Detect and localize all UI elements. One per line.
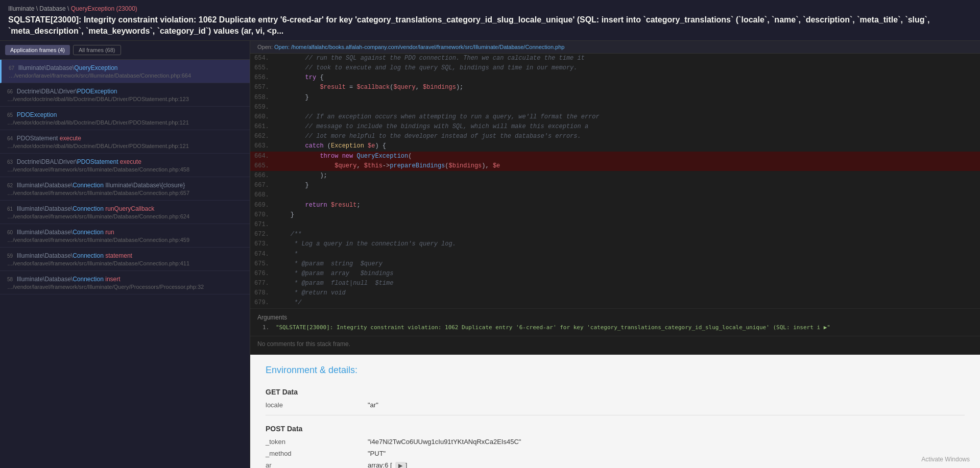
code-line: 657. $result = $callback($query, $bindin… — [250, 83, 980, 92]
frame-item[interactable]: 64 PDOStatement execute …/vendor/doctrin… — [0, 130, 250, 154]
frame-list: 67 Illuminate\Database\QueryException …/… — [0, 60, 250, 468]
table-row: _token "i4e7Ni2TwCo6UUwg1cIu91tYKtANqRxC… — [266, 436, 965, 448]
code-line: 675. * @param string $query — [250, 259, 980, 269]
frame-header: 62 Illuminate\Database\Connection Illumi… — [7, 181, 243, 189]
get-data-header: GET Data — [266, 383, 965, 399]
environment-section: Environment & details: GET Data locale "… — [250, 355, 980, 468]
frame-item[interactable]: 58 Illuminate\Database\Connection insert… — [0, 271, 250, 294]
value-cell: "ar" — [368, 399, 965, 411]
frame-number: 58 — [7, 277, 13, 282]
activate-windows-text: Activate Windows — [921, 456, 970, 463]
frame-header: 60 Illuminate\Database\Connection run — [7, 228, 243, 236]
frame-number: 63 — [7, 159, 13, 165]
code-body: 654. // run the SQL against the PDO conn… — [250, 54, 980, 308]
all-frames-filter[interactable]: All frames (68) — [73, 45, 121, 55]
frame-header: 66 Doctrine\DBAL\Driver\PDOException — [7, 87, 243, 95]
code-line: 672. /** — [250, 230, 980, 239]
frame-header: 67 Illuminate\Database\QueryException — [9, 64, 243, 71]
arguments-section: Arguments 1. "SQLSTATE[23000]: Integrity… — [250, 308, 980, 336]
table-row: ar array:6 [▶] — [266, 459, 965, 468]
code-line-highlighted-sub: 665. $query, $this->prepareBindings($bin… — [250, 161, 980, 171]
code-file-header: Open: Open: /home/alfalahc/books.alfalah… — [250, 41, 980, 54]
app-frames-filter[interactable]: Application frames (4) — [5, 45, 70, 55]
code-line: 658. } — [250, 93, 980, 103]
frame-class: Doctrine\DBAL\Driver\PDOStatement execut… — [17, 158, 141, 165]
expand-button[interactable]: ▶ — [395, 462, 405, 468]
post-data-table: POST Data _token "i4e7Ni2TwCo6UUwg1cIu91… — [266, 420, 965, 468]
value-cell: "PUT" — [368, 448, 965, 459]
frame-item[interactable]: 59 Illuminate\Database\Connection statem… — [0, 248, 250, 271]
frame-header: 58 Illuminate\Database\Connection insert — [7, 275, 243, 283]
frame-number: 60 — [7, 230, 13, 235]
table-row: POST Data — [266, 420, 965, 436]
code-line: 669. return $result; — [250, 201, 980, 210]
frame-number: 59 — [7, 253, 13, 259]
code-line: 668. — [250, 190, 980, 200]
frame-item[interactable]: 62 Illuminate\Database\Connection Illumi… — [0, 177, 250, 201]
main-layout: Application frames (4) All frames (68) 6… — [0, 41, 980, 468]
key-cell: locale — [266, 399, 368, 411]
frame-class: PDOException — [17, 111, 57, 118]
frame-item[interactable]: 63 Doctrine\DBAL\Driver\PDOStatement exe… — [0, 154, 250, 177]
file-path: Open: /home/alfalahc/books.alfalah-compa… — [274, 44, 564, 50]
frame-file: …/vendor/laravel/framework/src/Illuminat… — [7, 284, 243, 290]
key-cell: _method — [266, 448, 368, 459]
code-line: 662. // lot more helpful to the develope… — [250, 132, 980, 141]
frame-file: …/vendor/doctrine/dbal/lib/Doctrine/DBAL… — [7, 96, 243, 102]
code-line: 679. */ — [250, 298, 980, 308]
frame-number: 61 — [7, 206, 13, 212]
code-line: 666. ); — [250, 171, 980, 181]
key-cell: ar — [266, 459, 368, 468]
frame-file: …/vendor/laravel/framework/src/Illuminat… — [7, 190, 243, 196]
frame-class: Illuminate\Database\Connection Illuminat… — [17, 182, 185, 189]
frame-item[interactable]: 61 Illuminate\Database\Connection runQue… — [0, 201, 250, 224]
frame-class: Illuminate\Database\Connection insert — [17, 276, 121, 283]
post-data-header: POST Data — [266, 420, 965, 436]
error-title: SQLSTATE[23000]: Integrity constraint vi… — [8, 14, 972, 37]
frame-number: 65 — [7, 112, 13, 118]
code-viewer: Open: Open: /home/alfalahc/books.alfalah… — [250, 41, 980, 308]
frame-class: Illuminate\Database\Connection statement — [17, 252, 132, 259]
right-panel[interactable]: Open: Open: /home/alfalahc/books.alfalah… — [250, 41, 980, 468]
table-row: locale "ar" — [266, 399, 965, 411]
code-line: 661. // message to include the bindings … — [250, 122, 980, 132]
code-line: 678. * @return void — [250, 288, 980, 298]
frame-header: 63 Doctrine\DBAL\Driver\PDOStatement exe… — [7, 158, 243, 165]
no-comments: No comments for this stack frame. — [250, 336, 980, 355]
code-line: 670. } — [250, 210, 980, 220]
code-line: 677. * @param float|null $time — [250, 279, 980, 288]
code-line: 673. * Log a query in the connection's q… — [250, 239, 980, 249]
frame-item[interactable]: 60 Illuminate\Database\Connection run …/… — [0, 224, 250, 248]
code-line: 660. // If an exception occurs when atte… — [250, 112, 980, 122]
value-cell: array:6 [▶] — [368, 459, 965, 468]
code-line: 674. * — [250, 250, 980, 259]
code-line: 667. } — [250, 181, 980, 190]
arguments-label: Arguments — [257, 314, 973, 321]
error-header: Illuminate \ Database \ QueryException (… — [0, 0, 980, 41]
key-cell: _token — [266, 436, 368, 448]
frame-number: 62 — [7, 183, 13, 188]
code-line: 655. // took to execute and log the quer… — [250, 63, 980, 73]
code-line: 663. catch (Exception $e) { — [250, 141, 980, 151]
frame-item[interactable]: 66 Doctrine\DBAL\Driver\PDOException …/v… — [0, 83, 250, 107]
frame-header: 61 Illuminate\Database\Connection runQue… — [7, 205, 243, 212]
frame-item[interactable]: 67 Illuminate\Database\QueryException …/… — [0, 60, 250, 83]
frame-class: Illuminate\Database\QueryException — [18, 64, 118, 71]
left-panel: Application frames (4) All frames (68) 6… — [0, 41, 250, 468]
frame-file: …/vendor/doctrine/dbal/lib/Doctrine/DBAL… — [7, 119, 243, 126]
code-line-highlighted: 664. throw new QueryException( — [250, 152, 980, 161]
frame-item[interactable]: 65 PDOException …/vendor/doctrine/dbal/l… — [0, 107, 250, 130]
argument-item: 1. "SQLSTATE[23000]: Integrity constrain… — [257, 324, 973, 331]
frame-file: …/vendor/laravel/framework/src/Illuminat… — [7, 260, 243, 266]
frame-file: …/vendor/laravel/framework/src/Illuminat… — [7, 237, 243, 243]
frame-header: 59 Illuminate\Database\Connection statem… — [7, 252, 243, 259]
code-line: 654. // run the SQL against the PDO conn… — [250, 54, 980, 63]
frame-class: Doctrine\DBAL\Driver\PDOException — [17, 88, 117, 95]
divider — [266, 415, 965, 415]
code-line: 676. * @param array $bindings — [250, 269, 980, 279]
breadcrumb: Illuminate \ Database \ QueryException (… — [8, 5, 972, 12]
value-cell: "i4e7Ni2TwCo6UUwg1cIu91tYKtANqRxCa2EIs45… — [368, 436, 965, 448]
frame-class: Illuminate\Database\Connection run — [17, 229, 114, 236]
table-row: GET Data — [266, 383, 965, 399]
frame-class: Illuminate\Database\Connection runQueryC… — [17, 205, 155, 212]
